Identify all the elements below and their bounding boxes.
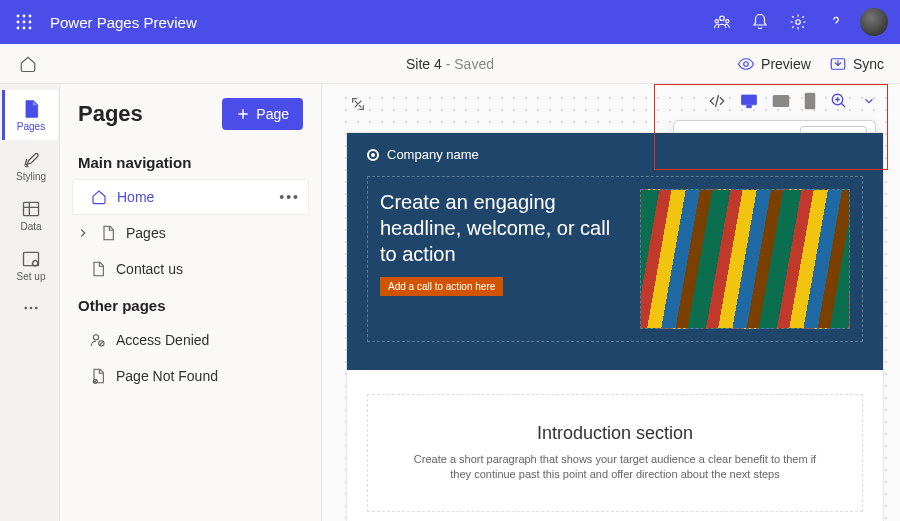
svg-point-1 — [23, 15, 26, 18]
site-status: Site 4 - Saved — [406, 56, 494, 72]
rail-label: Pages — [17, 121, 45, 132]
notifications-icon[interactable] — [742, 4, 778, 40]
left-rail: Pages Styling Data Set up — [0, 84, 60, 521]
page-icon — [100, 225, 116, 241]
hero-headline: Create an engaging headline, welcome, or… — [380, 189, 626, 267]
nav-item-pages[interactable]: Pages — [72, 215, 309, 251]
person-denied-icon — [90, 332, 106, 348]
brand-name: Company name — [387, 147, 479, 162]
desktop-view-button[interactable] — [740, 92, 758, 110]
section-main-nav: Main navigation — [72, 144, 309, 179]
svg-point-18 — [24, 307, 27, 310]
svg-point-8 — [29, 27, 32, 30]
svg-point-17 — [33, 260, 38, 265]
zoom-button[interactable] — [830, 92, 848, 110]
intro-title: Introduction section — [408, 423, 822, 444]
community-icon[interactable] — [704, 4, 740, 40]
home-icon — [91, 189, 107, 205]
svg-point-11 — [726, 20, 729, 23]
site-name: Site 4 — [406, 56, 442, 72]
rail-setup[interactable]: Set up — [2, 240, 58, 290]
svg-point-2 — [29, 15, 32, 18]
nav-item-not-found[interactable]: Page Not Found — [72, 358, 309, 394]
home-icon[interactable] — [16, 52, 40, 76]
svg-point-6 — [17, 27, 20, 30]
intro-section: Introduction section Create a short para… — [367, 394, 863, 512]
svg-point-19 — [30, 307, 33, 310]
rail-pages[interactable]: Pages — [2, 90, 58, 140]
hero-image — [640, 189, 850, 329]
app-launcher-icon[interactable] — [8, 6, 40, 38]
device-toolbar — [708, 92, 876, 110]
nav-item-contact[interactable]: Contact us — [72, 251, 309, 287]
radio-icon — [367, 149, 379, 161]
svg-point-9 — [720, 16, 725, 21]
more-icon[interactable]: ••• — [279, 189, 300, 205]
nav-label: Pages — [126, 225, 166, 241]
save-status: - Saved — [442, 56, 494, 72]
svg-rect-16 — [24, 252, 39, 265]
svg-rect-27 — [805, 93, 816, 110]
page-preview[interactable]: Company name Create an engaging headline… — [346, 132, 884, 521]
svg-point-13 — [744, 61, 749, 66]
design-canvas: 50% − + Reset Company name Create an eng… — [322, 84, 900, 521]
hero-cta-button[interactable]: Add a call to action here — [380, 277, 503, 296]
code-view-button[interactable] — [708, 92, 726, 110]
more-icon — [22, 299, 40, 317]
hero-section: Company name Create an engaging headline… — [347, 133, 883, 370]
nav-item-home[interactable]: Home ••• — [72, 179, 309, 215]
tablet-portrait-button[interactable] — [804, 92, 816, 110]
svg-rect-24 — [742, 95, 757, 105]
svg-point-20 — [35, 307, 38, 310]
nav-label: Access Denied — [116, 332, 209, 348]
add-page-label: Page — [256, 106, 289, 122]
pages-sidebar: Pages Page Main navigation Home ••• Page… — [60, 84, 322, 521]
svg-point-7 — [23, 27, 26, 30]
section-other-pages: Other pages — [72, 287, 309, 322]
page-icon — [90, 261, 106, 277]
rail-label: Data — [20, 221, 41, 232]
svg-point-12 — [796, 20, 801, 25]
page-missing-icon — [90, 368, 106, 384]
svg-point-5 — [29, 21, 32, 24]
svg-rect-26 — [773, 95, 790, 107]
command-bar: Site 4 - Saved Preview Sync — [0, 44, 900, 84]
help-icon[interactable] — [818, 4, 854, 40]
rail-more[interactable] — [2, 290, 58, 326]
sidebar-heading: Pages — [78, 101, 143, 127]
app-title: Power Pages Preview — [50, 14, 704, 31]
brand-row: Company name — [367, 143, 863, 176]
nav-label: Home — [117, 189, 154, 205]
svg-point-0 — [17, 15, 20, 18]
app-header: Power Pages Preview — [0, 0, 900, 44]
svg-rect-25 — [747, 106, 752, 108]
svg-point-10 — [715, 20, 718, 23]
preview-label: Preview — [761, 56, 811, 72]
user-avatar[interactable] — [856, 4, 892, 40]
sync-button[interactable]: Sync — [829, 55, 884, 73]
sync-label: Sync — [853, 56, 884, 72]
nav-item-access-denied[interactable]: Access Denied — [72, 322, 309, 358]
rail-styling[interactable]: Styling — [2, 140, 58, 190]
preview-button[interactable]: Preview — [737, 55, 811, 73]
intro-body: Create a short paragraph that shows your… — [408, 452, 822, 483]
chevron-down-icon[interactable] — [862, 94, 876, 108]
chevron-right-icon — [76, 226, 90, 240]
settings-icon[interactable] — [780, 4, 816, 40]
svg-point-21 — [93, 335, 98, 340]
rail-label: Set up — [17, 271, 46, 282]
add-page-button[interactable]: Page — [222, 98, 303, 130]
nav-label: Page Not Found — [116, 368, 218, 384]
svg-rect-15 — [24, 202, 39, 215]
nav-label: Contact us — [116, 261, 183, 277]
rail-label: Styling — [16, 171, 46, 182]
tablet-landscape-button[interactable] — [772, 94, 790, 108]
svg-point-3 — [17, 21, 20, 24]
svg-point-4 — [23, 21, 26, 24]
expand-icon[interactable] — [350, 96, 366, 112]
rail-data[interactable]: Data — [2, 190, 58, 240]
